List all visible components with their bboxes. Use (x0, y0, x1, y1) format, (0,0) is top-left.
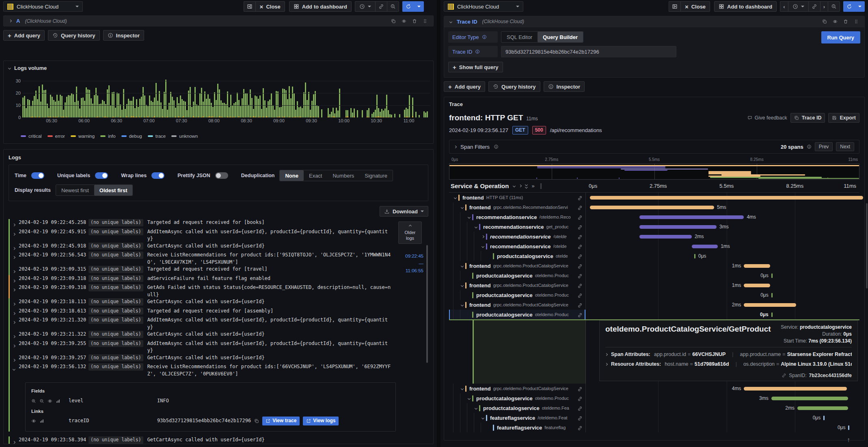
drag-handle-icon[interactable] (423, 19, 428, 24)
span-link-icon[interactable] (577, 254, 583, 259)
copy-icon[interactable] (254, 419, 259, 423)
logs-volume-bar[interactable] (121, 110, 123, 117)
logs-volume-bar[interactable] (126, 104, 127, 117)
legend-item-warning[interactable]: warning (71, 134, 95, 139)
expand-log-icon[interactable] (13, 252, 19, 261)
wrap-lines-toggle[interactable] (151, 172, 164, 179)
logs-volume-bar[interactable] (423, 111, 425, 117)
logs-volume-bar[interactable] (99, 104, 100, 117)
next-span-button[interactable]: Next (836, 142, 854, 151)
logs-volume-bar[interactable] (389, 114, 391, 117)
display-option-oldest-first[interactable]: Oldest first (94, 185, 133, 195)
span-link-icon[interactable] (577, 263, 583, 269)
span-duration-tick[interactable] (848, 425, 849, 430)
logs-volume-bar[interactable] (268, 101, 269, 117)
collapse-span-icon[interactable] (461, 284, 464, 286)
logs-volume-bar[interactable] (305, 82, 306, 117)
export-trace-button[interactable]: Export (828, 113, 859, 123)
collapse-span-icon[interactable] (461, 387, 464, 390)
span-row-productcatalogservice[interactable]: productcatalogserviceoteldemo.Fea2ms (449, 403, 859, 413)
logs-volume-bar[interactable] (32, 101, 33, 117)
logs-volume-bar[interactable] (386, 95, 387, 117)
query-collapse-icon[interactable] (9, 20, 12, 22)
toggle-query-icon[interactable] (833, 19, 838, 24)
logs-volume-bar[interactable] (40, 102, 41, 117)
logs-volume-bar[interactable] (79, 108, 80, 117)
span-link-icon[interactable] (577, 215, 583, 220)
expand-log-icon[interactable] (13, 331, 19, 340)
logs-volume-bar[interactable] (143, 87, 144, 117)
span-link-icon[interactable] (577, 415, 583, 421)
logs-volume-bar[interactable] (34, 96, 35, 117)
log-row[interactable]: 2024-02-19 09:23:58.394(no unique labels… (9, 436, 428, 444)
logs-volume-bar[interactable] (427, 111, 428, 117)
logs-volume-bar[interactable] (281, 107, 282, 117)
logs-volume-bar[interactable] (381, 109, 382, 117)
logs-volume-bar[interactable] (333, 108, 334, 117)
logs-volume-bar[interactable] (97, 95, 98, 117)
close-pane-button[interactable]: ×Close (255, 1, 285, 12)
logs-volume-bar[interactable] (217, 84, 218, 117)
logs-volume-bar[interactable] (68, 95, 69, 117)
duplicate-query-icon[interactable] (391, 19, 396, 24)
collapse-section-icon[interactable] (8, 67, 11, 69)
collapse-span-icon[interactable] (461, 264, 464, 267)
logs-volume-bar[interactable] (91, 98, 92, 117)
share-link-button[interactable] (808, 1, 820, 12)
log-row[interactable]: 2024-02-19 09:23:09.318(no unique labels… (9, 275, 428, 284)
logs-volume-bar[interactable] (272, 105, 274, 117)
logs-volume-bar[interactable] (235, 102, 236, 117)
logs-volume-bar[interactable] (380, 112, 381, 117)
expand-log-icon[interactable] (13, 317, 19, 326)
span-link-icon[interactable] (577, 283, 583, 288)
expand-one-icon[interactable] (519, 184, 522, 187)
logs-volume-bar[interactable] (45, 90, 46, 117)
logs-volume-bar[interactable] (250, 89, 251, 117)
span-link-icon[interactable] (577, 386, 583, 391)
logs-volume-bar[interactable] (193, 102, 194, 117)
logs-volume-bar[interactable] (133, 97, 134, 117)
zoom-out-button[interactable] (828, 1, 840, 12)
logs-volume-bar[interactable] (125, 109, 126, 117)
add-query-button[interactable]: +Add query (3, 30, 45, 41)
run-refresh-button[interactable] (402, 1, 414, 12)
span-duration-tick[interactable] (771, 293, 773, 297)
logs-volume-bar[interactable] (95, 88, 97, 117)
logs-volume-bar[interactable] (63, 110, 64, 117)
logs-volume-bar[interactable] (136, 99, 137, 117)
logs-volume-bar[interactable] (173, 100, 175, 117)
logs-volume-bar[interactable] (115, 108, 116, 117)
logs-volume-bar[interactable] (105, 104, 106, 117)
log-row[interactable]: 2024-02-19 09:22:45.258(no unique labels… (9, 219, 428, 228)
run-refresh-button[interactable] (843, 1, 855, 12)
add-query-button[interactable]: +Add query (444, 81, 485, 92)
logs-volume-bar[interactable] (92, 104, 93, 117)
logs-volume-bar[interactable] (404, 110, 405, 117)
logs-volume-bar[interactable] (82, 98, 84, 117)
query-history-button[interactable]: Query history (48, 30, 100, 41)
delete-query-icon[interactable] (412, 19, 417, 24)
logs-volume-bar[interactable] (368, 108, 369, 117)
logs-volume-bar[interactable] (412, 98, 413, 117)
query-history-button[interactable]: Query history (488, 81, 540, 92)
span-duration-bar[interactable] (639, 235, 692, 239)
span-duration-tick[interactable] (823, 416, 825, 420)
resource-attributes-row[interactable]: Resource Attributes: host.name=51d7989a6… (605, 361, 852, 367)
logs-volume-bar[interactable] (248, 105, 249, 117)
logs-volume-bar[interactable] (263, 88, 264, 117)
scroll-to-top-button[interactable]: ↑ (847, 436, 851, 443)
logs-volume-bar[interactable] (120, 104, 121, 117)
logs-volume-bar[interactable] (107, 89, 108, 117)
span-duration-bar[interactable] (639, 225, 717, 229)
logs-volume-bar[interactable] (279, 107, 280, 117)
logs-volume-bar[interactable] (177, 97, 178, 117)
logs-volume-bar[interactable] (39, 86, 40, 117)
logs-volume-bar[interactable] (167, 110, 168, 117)
logs-volume-bar[interactable] (43, 90, 45, 117)
toggle-field-icon[interactable] (48, 399, 52, 404)
log-row[interactable]: 2024-02-19 09:23:21.320(no unique labels… (9, 317, 428, 331)
logs-volume-bar[interactable] (216, 100, 217, 117)
logs-volume-bar[interactable] (65, 102, 66, 117)
logs-volume-bar[interactable] (165, 80, 166, 117)
dedup-option-numbers[interactable]: Numbers (327, 170, 359, 181)
